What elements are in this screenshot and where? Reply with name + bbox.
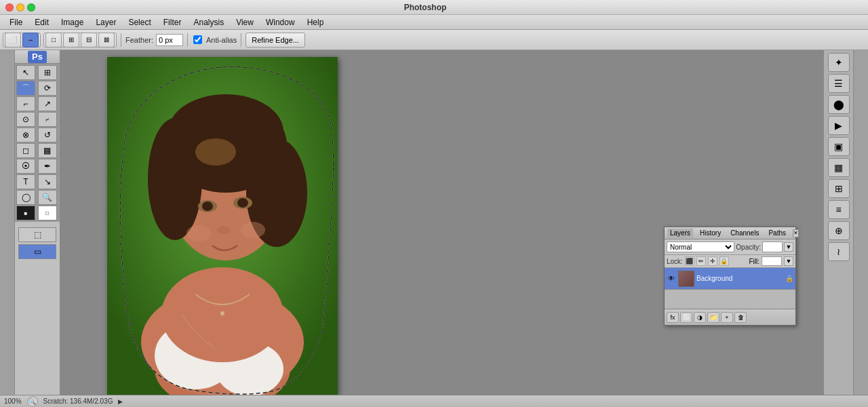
right-btn-5[interactable]: ▣ — [828, 137, 850, 156]
layers-list: 👁 Background 🔒 — [665, 268, 795, 309]
tool-eyedropper[interactable]: ↗ — [38, 96, 57, 111]
tab-layers[interactable]: Layers — [667, 229, 693, 238]
tool-shape[interactable]: ◯ — [16, 190, 35, 205]
lock-image-btn[interactable]: ✏ — [696, 256, 706, 266]
maximize-button[interactable] — [27, 3, 35, 12]
canvas-area[interactable]: .marching { stroke-dasharray: 6,4; anima… — [60, 50, 823, 395]
layer-mask-button[interactable]: ⬜ — [680, 312, 692, 323]
right-btn-8[interactable]: ≡ — [828, 200, 850, 219]
lock-position-btn[interactable]: ✛ — [708, 256, 717, 266]
tool-eraser[interactable]: ◻ — [16, 143, 35, 158]
main-area: Ps ↖ ⊞ ⌒ ⟳ ⌐ ↗ ⊙ ⌿ ⊗ ↺ ◻ ▩ ⦿ ✒ T — [0, 50, 868, 395]
right-btn-2[interactable]: ☰ — [828, 74, 850, 93]
new-selection-btn[interactable]: □ — [45, 33, 62, 47]
tool-panel-header: Ps — [15, 50, 60, 64]
tab-channels[interactable]: Channels — [728, 229, 762, 237]
svg-point-16 — [237, 198, 248, 208]
menu-item-view[interactable]: View — [231, 16, 259, 28]
tool-path-select[interactable]: ↘ — [38, 174, 57, 189]
opacity-arrow[interactable]: ▼ — [784, 242, 793, 252]
tool-spot-heal[interactable]: ⊙ — [16, 112, 35, 127]
tool-move[interactable]: ↖ — [16, 65, 35, 80]
layer-background[interactable]: 👁 Background 🔒 — [665, 268, 795, 290]
tool-panel: Ps ↖ ⊞ ⌒ ⟳ ⌐ ↗ ⊙ ⌿ ⊗ ↺ ◻ ▩ ⦿ ✒ T — [15, 50, 60, 395]
minimize-button[interactable] — [16, 3, 24, 12]
right-btn-1[interactable]: ✦ — [828, 53, 850, 72]
right-btn-10[interactable]: ≀ — [828, 242, 850, 261]
menu-item-window[interactable]: Window — [260, 16, 300, 28]
layer-delete-button[interactable]: 🗑 — [734, 312, 747, 323]
marquee-tool-btn[interactable]: ⬜ — [5, 33, 21, 47]
layer-fx-button[interactable]: fx — [667, 312, 679, 323]
layer-name-label: Background — [696, 275, 783, 282]
svg-point-19 — [241, 222, 265, 238]
svg-point-15 — [202, 201, 213, 211]
tool-zoom[interactable]: 🔍 — [38, 190, 57, 205]
layer-thumbnail — [678, 271, 694, 287]
feather-input[interactable] — [156, 34, 183, 46]
tool-quick-mask[interactable]: ⬚ — [18, 227, 56, 242]
menu-item-help[interactable]: Help — [302, 16, 330, 28]
opacity-label: Opacity: — [736, 244, 761, 251]
tab-paths[interactable]: Paths — [766, 229, 789, 237]
layer-group-button[interactable]: 📁 — [707, 312, 719, 323]
far-right-panel — [853, 50, 868, 395]
status-arrow[interactable]: ▶ — [118, 398, 123, 405]
right-btn-4[interactable]: ▶ — [828, 116, 850, 135]
tool-brush[interactable]: ⌿ — [38, 112, 57, 127]
tool-clone[interactable]: ⊗ — [16, 128, 35, 142]
status-bar: 100% 🔍 Scratch: 136.4M/2.03G ▶ — [0, 395, 868, 407]
right-btn-3[interactable]: ⬤ — [828, 95, 850, 114]
lock-all-btn[interactable]: 🔒 — [719, 256, 729, 266]
lasso-tool-btn[interactable]: ⌢ — [22, 33, 39, 47]
menu-item-image[interactable]: Image — [56, 16, 89, 28]
tool-quick-select[interactable]: ⟳ — [38, 81, 57, 96]
tool-dodge[interactable]: ⦿ — [16, 159, 35, 174]
feather-label: Feather: — [125, 36, 153, 44]
menu-item-edit[interactable]: Edit — [29, 16, 54, 28]
tool-marquee[interactable]: ⊞ — [38, 65, 57, 80]
menu-item-select[interactable]: Select — [123, 16, 156, 28]
toolbar-sep-3 — [241, 33, 241, 47]
tool-type[interactable]: T — [16, 174, 35, 189]
tool-crop[interactable]: ⌐ — [16, 96, 35, 111]
toolbar: ⬜ ⌢ □ ⊞ ⊟ ⊠ Feather: Anti-alias Refine E… — [0, 30, 868, 50]
refine-edge-button[interactable]: Refine Edge... — [245, 33, 305, 47]
layer-thumb-inner — [679, 271, 694, 286]
tool-pen[interactable]: ✒ — [38, 159, 57, 174]
anti-alias-checkbox[interactable] — [193, 35, 202, 44]
tool-history[interactable]: ↺ — [38, 128, 57, 142]
tab-history[interactable]: History — [697, 229, 724, 237]
lock-transparent-btn[interactable]: ⬛ — [685, 256, 694, 266]
panel-close-button[interactable]: ✕ — [793, 229, 799, 237]
close-button[interactable] — [5, 3, 14, 12]
right-btn-6[interactable]: ▦ — [828, 158, 850, 177]
sub-selection-btn[interactable]: ⊟ — [81, 33, 97, 47]
layers-footer: fx ⬜ ◑ 📁 + 🗑 — [665, 309, 795, 325]
svg-point-17 — [217, 226, 231, 234]
menu-item-layer[interactable]: Layer — [90, 16, 121, 28]
tool-gradient[interactable]: ▩ — [38, 143, 57, 158]
right-btn-7[interactable]: ⊞ — [828, 179, 850, 198]
photo-canvas: .marching { stroke-dasharray: 6,4; anima… — [107, 57, 338, 395]
tool-lasso[interactable]: ⌒ — [16, 81, 35, 96]
opacity-value[interactable] — [762, 241, 783, 252]
menu-item-file[interactable]: File — [4, 16, 28, 28]
layer-adj-button[interactable]: ◑ — [694, 312, 706, 323]
menu-item-filter[interactable]: Filter — [158, 16, 187, 28]
zoom-icon[interactable]: 🔍 — [27, 396, 38, 407]
fill-value[interactable] — [762, 256, 782, 266]
fill-arrow[interactable]: ▼ — [784, 256, 793, 266]
scratch-label: Scratch: 136.4M/2.03G — [43, 398, 113, 405]
layer-new-button[interactable]: + — [721, 312, 733, 323]
int-selection-btn[interactable]: ⊠ — [98, 33, 115, 47]
menu-item-analysis[interactable]: Analysis — [188, 16, 229, 28]
right-btn-9[interactable]: ⊕ — [828, 221, 850, 240]
layer-blend-mode-select[interactable]: Normal — [667, 241, 734, 252]
tool-fg-color[interactable]: ■ — [16, 206, 35, 220]
layer-visibility-toggle[interactable]: 👁 — [667, 274, 676, 284]
tool-screen-mode[interactable]: ▭ — [18, 244, 56, 259]
ps-badge: Ps — [28, 51, 47, 63]
add-selection-btn[interactable]: ⊞ — [63, 33, 79, 47]
tool-bg-color[interactable]: □ — [38, 206, 57, 220]
